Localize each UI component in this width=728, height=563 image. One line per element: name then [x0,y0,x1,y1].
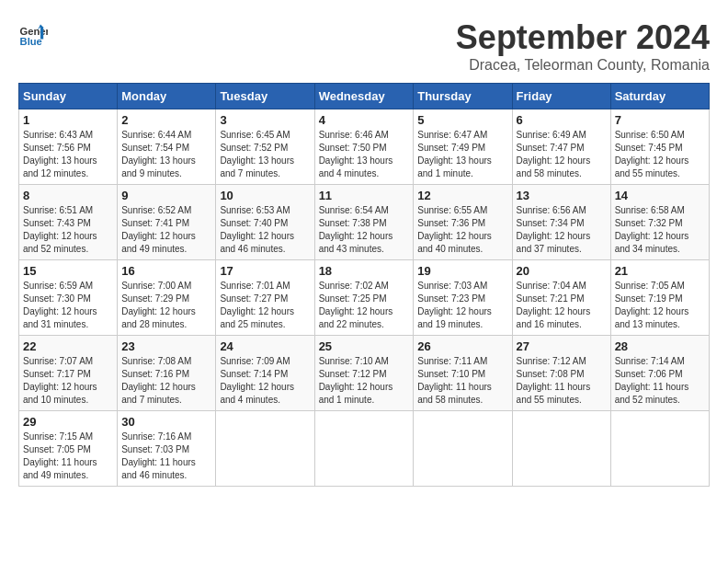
day-number: 10 [220,189,310,202]
week-row-1: 1Sunrise: 6:43 AMSunset: 7:56 PMDaylight… [19,109,710,185]
calendar-subtitle: Dracea, Teleorman County, Romania [456,57,710,74]
day-number: 27 [517,339,607,353]
calendar-cell: 13Sunrise: 6:56 AMSunset: 7:34 PMDayligh… [512,185,610,260]
calendar-cell: 21Sunrise: 7:05 AMSunset: 7:19 PMDayligh… [610,260,709,336]
calendar-cell: 28Sunrise: 7:14 AMSunset: 7:06 PMDayligh… [610,336,709,411]
day-info: Sunrise: 7:10 AMSunset: 7:12 PMDaylight:… [319,355,410,407]
calendar-cell [512,411,610,487]
calendar-cell: 22Sunrise: 7:07 AMSunset: 7:17 PMDayligh… [19,336,118,411]
header-saturday: Saturday [610,84,709,109]
day-info: Sunrise: 6:46 AMSunset: 7:50 PMDaylight:… [319,129,410,180]
day-info: Sunrise: 7:16 AMSunset: 7:03 PMDaylight:… [121,431,211,482]
day-number: 23 [121,339,211,353]
day-number: 24 [220,339,310,353]
day-info: Sunrise: 7:07 AMSunset: 7:17 PMDaylight:… [23,355,113,407]
header-friday: Friday [512,84,610,109]
day-number: 13 [517,189,607,202]
page-header: General Blue September 2024 Dracea, Tele… [18,18,710,74]
day-number: 11 [319,189,410,202]
day-number: 22 [23,339,113,353]
calendar-cell: 10Sunrise: 6:53 AMSunset: 7:40 PMDayligh… [216,185,314,260]
calendar-cell: 16Sunrise: 7:00 AMSunset: 7:29 PMDayligh… [118,260,216,336]
day-number: 16 [121,264,211,278]
day-info: Sunrise: 6:50 AMSunset: 7:45 PMDaylight:… [615,129,705,180]
calendar-cell: 29Sunrise: 7:15 AMSunset: 7:05 PMDayligh… [19,411,118,487]
header-thursday: Thursday [414,84,512,109]
day-info: Sunrise: 6:51 AMSunset: 7:43 PMDaylight:… [23,204,113,256]
calendar-cell: 1Sunrise: 6:43 AMSunset: 7:56 PMDaylight… [19,109,118,185]
calendar-title: September 2024 [456,18,710,57]
calendar-cell [414,411,512,487]
day-info: Sunrise: 7:03 AMSunset: 7:23 PMDaylight:… [417,280,507,331]
day-info: Sunrise: 6:59 AMSunset: 7:30 PMDaylight:… [23,280,113,331]
day-number: 26 [417,339,507,353]
calendar-cell: 20Sunrise: 7:04 AMSunset: 7:21 PMDayligh… [512,260,610,336]
calendar-cell: 24Sunrise: 7:09 AMSunset: 7:14 PMDayligh… [216,336,314,411]
calendar-cell: 11Sunrise: 6:54 AMSunset: 7:38 PMDayligh… [314,185,414,260]
logo: General Blue [18,18,48,48]
calendar-cell: 15Sunrise: 6:59 AMSunset: 7:30 PMDayligh… [19,260,118,336]
day-info: Sunrise: 6:44 AMSunset: 7:54 PMDaylight:… [121,129,211,180]
day-info: Sunrise: 7:12 AMSunset: 7:08 PMDaylight:… [517,355,607,407]
header-monday: Monday [118,84,216,109]
calendar-cell [216,411,314,487]
day-info: Sunrise: 7:04 AMSunset: 7:21 PMDaylight:… [517,280,607,331]
day-info: Sunrise: 7:02 AMSunset: 7:25 PMDaylight:… [319,280,410,331]
week-row-2: 8Sunrise: 6:51 AMSunset: 7:43 PMDaylight… [19,185,710,260]
week-row-4: 22Sunrise: 7:07 AMSunset: 7:17 PMDayligh… [19,336,710,411]
day-number: 17 [220,264,310,278]
calendar-cell: 23Sunrise: 7:08 AMSunset: 7:16 PMDayligh… [118,336,216,411]
day-number: 30 [121,415,211,429]
header-wednesday: Wednesday [314,84,414,109]
day-info: Sunrise: 7:08 AMSunset: 7:16 PMDaylight:… [121,355,211,407]
calendar-cell: 30Sunrise: 7:16 AMSunset: 7:03 PMDayligh… [118,411,216,487]
day-number: 2 [121,113,211,127]
day-info: Sunrise: 7:11 AMSunset: 7:10 PMDaylight:… [417,355,507,407]
svg-text:Blue: Blue [20,36,42,47]
calendar-cell: 3Sunrise: 6:45 AMSunset: 7:52 PMDaylight… [216,109,314,185]
calendar-cell: 26Sunrise: 7:11 AMSunset: 7:10 PMDayligh… [414,336,512,411]
day-info: Sunrise: 6:54 AMSunset: 7:38 PMDaylight:… [319,204,410,256]
day-info: Sunrise: 6:47 AMSunset: 7:49 PMDaylight:… [417,129,507,180]
calendar-cell: 7Sunrise: 6:50 AMSunset: 7:45 PMDaylight… [610,109,709,185]
calendar-cell: 2Sunrise: 6:44 AMSunset: 7:54 PMDaylight… [118,109,216,185]
calendar-cell: 17Sunrise: 7:01 AMSunset: 7:27 PMDayligh… [216,260,314,336]
day-number: 12 [417,189,507,202]
day-number: 18 [319,264,410,278]
calendar-cell: 27Sunrise: 7:12 AMSunset: 7:08 PMDayligh… [512,336,610,411]
day-info: Sunrise: 7:00 AMSunset: 7:29 PMDaylight:… [121,280,211,331]
day-number: 9 [121,189,211,202]
day-number: 25 [319,339,410,353]
logo-icon: General Blue [18,18,48,48]
day-info: Sunrise: 7:01 AMSunset: 7:27 PMDaylight:… [220,280,310,331]
day-info: Sunrise: 7:14 AMSunset: 7:06 PMDaylight:… [615,355,705,407]
day-number: 20 [517,264,607,278]
svg-text:General: General [20,26,48,37]
calendar-cell: 4Sunrise: 6:46 AMSunset: 7:50 PMDaylight… [314,109,414,185]
day-number: 8 [23,189,113,202]
day-number: 14 [615,189,705,202]
day-info: Sunrise: 7:09 AMSunset: 7:14 PMDaylight:… [220,355,310,407]
day-number: 19 [417,264,507,278]
day-info: Sunrise: 7:05 AMSunset: 7:19 PMDaylight:… [615,280,705,331]
day-number: 5 [417,113,507,127]
week-row-5: 29Sunrise: 7:15 AMSunset: 7:05 PMDayligh… [19,411,710,487]
day-number: 3 [220,113,310,127]
day-info: Sunrise: 6:58 AMSunset: 7:32 PMDaylight:… [615,204,705,256]
calendar-cell: 6Sunrise: 6:49 AMSunset: 7:47 PMDaylight… [512,109,610,185]
calendar-cell: 18Sunrise: 7:02 AMSunset: 7:25 PMDayligh… [314,260,414,336]
calendar-table: Sunday Monday Tuesday Wednesday Thursday… [18,83,710,487]
calendar-cell [314,411,414,487]
day-info: Sunrise: 6:56 AMSunset: 7:34 PMDaylight:… [517,204,607,256]
header-sunday: Sunday [19,84,118,109]
day-number: 4 [319,113,410,127]
calendar-cell [610,411,709,487]
calendar-cell: 8Sunrise: 6:51 AMSunset: 7:43 PMDaylight… [19,185,118,260]
day-info: Sunrise: 6:52 AMSunset: 7:41 PMDaylight:… [121,204,211,256]
day-info: Sunrise: 6:55 AMSunset: 7:36 PMDaylight:… [417,204,507,256]
day-info: Sunrise: 6:45 AMSunset: 7:52 PMDaylight:… [220,129,310,180]
calendar-cell: 14Sunrise: 6:58 AMSunset: 7:32 PMDayligh… [610,185,709,260]
title-section: September 2024 Dracea, Teleorman County,… [456,18,710,74]
day-number: 29 [23,415,113,429]
day-number: 28 [615,339,705,353]
